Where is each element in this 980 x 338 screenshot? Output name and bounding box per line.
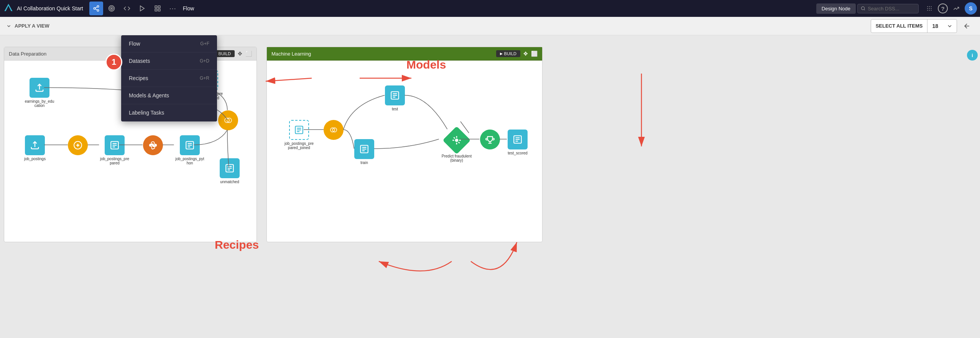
trend-icon-btn[interactable] bbox=[950, 2, 962, 15]
svg-marker-10 bbox=[140, 6, 145, 11]
svg-line-6 bbox=[95, 7, 97, 8]
zone-ml-header: Machine Learning ▶ BUILD ✥ ⬜ bbox=[267, 47, 542, 61]
logo[interactable] bbox=[3, 3, 14, 14]
svg-point-21 bbox=[929, 8, 930, 9]
zone-ml-actions: ▶ BUILD ✥ ⬜ bbox=[496, 50, 538, 57]
dropdown-item-models[interactable]: Models & Agents bbox=[121, 87, 217, 104]
select-all-container: SELECT ALL ITEMS 18 bbox=[871, 19, 957, 33]
node-join-recipe[interactable] bbox=[218, 110, 238, 132]
node-job-postings-python[interactable]: job_postings_python bbox=[174, 135, 205, 165]
node-earnings[interactable]: earnings_by_education bbox=[24, 78, 55, 108]
svg-line-50 bbox=[459, 142, 460, 143]
dropdown-item-datasets[interactable]: Datasets G+D bbox=[121, 53, 217, 70]
dropdown-item-flow[interactable]: Flow G+F bbox=[121, 35, 217, 53]
dropdown-item-recipes[interactable]: Recipes G+R bbox=[121, 70, 217, 87]
more-icon-btn[interactable]: ··· bbox=[166, 2, 180, 15]
code-icon-btn[interactable] bbox=[120, 2, 134, 15]
svg-point-25 bbox=[931, 10, 932, 11]
node-job-postings-prepared[interactable]: job_postings_prepared bbox=[99, 135, 130, 165]
svg-point-22 bbox=[931, 8, 932, 9]
dropdown-item-labeling[interactable]: Labeling Tasks bbox=[121, 104, 217, 121]
share-icon-btn[interactable] bbox=[89, 2, 103, 15]
toolbar: APPLY A VIEW SELECT ALL ITEMS 18 bbox=[0, 17, 980, 35]
flow-label: Flow bbox=[183, 5, 194, 11]
play-icon-btn[interactable] bbox=[135, 2, 149, 15]
svg-point-20 bbox=[927, 8, 928, 9]
svg-point-9 bbox=[111, 8, 112, 9]
svg-line-5 bbox=[95, 9, 97, 10]
target-icon-btn[interactable] bbox=[105, 2, 118, 15]
info-button[interactable]: i bbox=[967, 50, 978, 61]
svg-point-15 bbox=[862, 7, 865, 10]
node-ml-input[interactable]: job_postings_prepared_joined bbox=[284, 120, 314, 150]
dropdown-menu: Flow G+F Datasets G+D Recipes G+R Models… bbox=[121, 35, 217, 121]
svg-point-17 bbox=[927, 6, 928, 7]
svg-point-44 bbox=[455, 139, 459, 142]
svg-line-16 bbox=[864, 9, 865, 10]
select-all-count: 18 bbox=[927, 20, 943, 33]
node-trophy[interactable] bbox=[480, 130, 500, 151]
node-unmatched[interactable]: unmatched bbox=[220, 158, 240, 184]
svg-rect-14 bbox=[155, 9, 157, 11]
svg-point-8 bbox=[110, 7, 113, 10]
svg-rect-12 bbox=[158, 6, 160, 8]
node-job-postings[interactable]: job_postings bbox=[24, 135, 46, 161]
ml-fullscreen-icon[interactable]: ⬜ bbox=[531, 51, 538, 57]
layers-icon-btn[interactable] bbox=[151, 2, 164, 15]
node-train[interactable]: train bbox=[354, 139, 374, 165]
svg-rect-13 bbox=[158, 9, 160, 11]
select-all-chevron[interactable] bbox=[943, 20, 957, 33]
data-prep-expand-icon[interactable]: ✥ bbox=[238, 51, 242, 57]
data-prep-fullscreen-icon[interactable]: ⬜ bbox=[245, 51, 252, 57]
node-test-scored[interactable]: test_scored bbox=[508, 130, 528, 155]
node-test[interactable]: test bbox=[385, 85, 405, 111]
node-recipe-wrangle[interactable] bbox=[68, 135, 88, 157]
app-title: AI Collaboration Quick Start bbox=[17, 5, 83, 11]
svg-point-24 bbox=[929, 10, 930, 11]
top-nav: AI Collaboration Quick Start ··· Flow De… bbox=[0, 0, 980, 17]
node-python-recipe[interactable] bbox=[143, 135, 163, 157]
svg-point-18 bbox=[929, 6, 930, 7]
svg-rect-11 bbox=[155, 6, 157, 8]
zone-ml: Machine Learning ▶ BUILD ✥ ⬜ bbox=[266, 47, 543, 242]
design-node-button[interactable]: Design Node bbox=[816, 3, 856, 14]
search-input[interactable] bbox=[868, 6, 915, 11]
zone-badge: 1 bbox=[105, 54, 122, 71]
user-avatar[interactable]: S bbox=[965, 2, 977, 15]
svg-point-4 bbox=[97, 10, 99, 11]
svg-point-23 bbox=[927, 10, 928, 11]
node-predict[interactable]: Predict fraudulent (binary) bbox=[439, 130, 474, 162]
svg-line-49 bbox=[454, 137, 455, 138]
ml-build-button[interactable]: ▶ BUILD bbox=[496, 50, 520, 57]
ml-expand-icon[interactable]: ✥ bbox=[523, 51, 528, 57]
apply-view-button[interactable]: APPLY A VIEW bbox=[6, 23, 49, 29]
svg-point-19 bbox=[931, 6, 932, 7]
main-content: Flow G+F Datasets G+D Recipes G+R Models… bbox=[0, 35, 980, 338]
help-icon-btn[interactable]: ? bbox=[938, 3, 948, 13]
search-box bbox=[857, 4, 919, 13]
svg-point-3 bbox=[94, 8, 95, 10]
grid-icon-btn[interactable] bbox=[923, 2, 936, 15]
svg-point-2 bbox=[97, 6, 99, 8]
select-all-button[interactable]: SELECT ALL ITEMS bbox=[871, 20, 928, 33]
node-split-recipe[interactable] bbox=[324, 120, 344, 141]
nav-right-icons: ? S bbox=[923, 2, 977, 15]
back-button[interactable] bbox=[960, 19, 974, 33]
